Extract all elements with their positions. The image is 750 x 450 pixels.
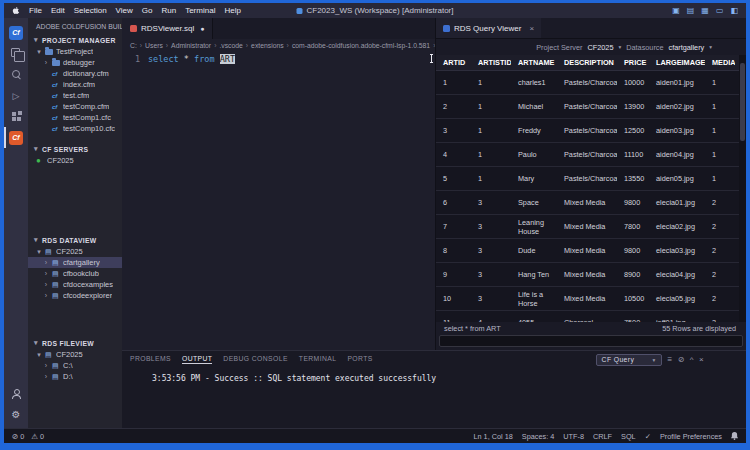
tree-item-testproject[interactable]: ▾TestProject	[28, 46, 122, 57]
tree-item-testcomp10-cfc[interactable]: cftestComp10.cfc	[28, 123, 122, 134]
menu-selection[interactable]: Selection	[74, 6, 107, 15]
accounts-icon[interactable]	[4, 383, 28, 404]
tree-item-testcomp1-cfc[interactable]: cftestComp1.cfc	[28, 112, 122, 123]
breadcrumb-item[interactable]: C:	[130, 42, 137, 49]
menu-edit[interactable]: Edit	[51, 6, 65, 15]
manage-gear-icon[interactable]: ⚙	[4, 404, 28, 425]
menu-file[interactable]: File	[29, 6, 42, 15]
column-header-artid[interactable]: ARTID	[436, 58, 471, 67]
datasource-cfcodeexplorer[interactable]: ›▤cfcodeexplorer	[28, 290, 122, 301]
column-header-price[interactable]: PRICE	[617, 58, 649, 67]
table-row[interactable]: 83DudeMixed Media9800elecia03.jpg2	[436, 239, 746, 263]
drive-d[interactable]: ›▤D:\	[28, 371, 122, 382]
breadcrumb-item[interactable]: Administrator	[171, 42, 211, 49]
rds-sql-input[interactable]	[439, 335, 743, 347]
section-rds-dataview[interactable]: ▾ RDS DATAVIEW	[28, 234, 122, 246]
vertical-scrollbar[interactable]	[739, 55, 746, 322]
display-icon[interactable]: ▤	[687, 6, 695, 15]
extensions-icon[interactable]	[4, 106, 28, 127]
fileview-server-cf2025[interactable]: ▾▤CF2025	[28, 349, 122, 360]
explorer-icon[interactable]	[4, 43, 28, 64]
tab-rdsviewer-sql[interactable]: RDSViewer.sql ●	[122, 18, 213, 39]
maximize-panel-icon[interactable]: ^	[690, 356, 694, 364]
modified-dot-icon[interactable]: ●	[200, 25, 204, 32]
control-center-icon[interactable]: ◧	[730, 6, 738, 15]
breadcrumb-item[interactable]: .vscode	[219, 42, 242, 49]
run-and-debug-icon[interactable]: ▷	[4, 85, 28, 106]
project-server-select[interactable]: CF2025	[587, 43, 613, 52]
breadcrumb-item[interactable]: extensions	[251, 42, 284, 49]
section-cf-servers[interactable]: ▾ CF SERVERS	[28, 143, 122, 155]
dataview-server-cf2025[interactable]: ▾▤CF2025	[28, 246, 122, 257]
status-crlf[interactable]: CRLF	[593, 432, 612, 441]
tree-item-test-cfm[interactable]: cftest.cfm	[28, 90, 122, 101]
chevron-down-icon[interactable]: ▾	[709, 44, 712, 50]
menu-terminal[interactable]: Terminal	[185, 6, 215, 15]
section-rds-fileview[interactable]: ▾ RDS FILEVIEW	[28, 337, 122, 349]
datasource-cfbookclub[interactable]: ›▤cfbookclub	[28, 268, 122, 279]
panel-tab-problems[interactable]: PROBLEMS	[130, 355, 171, 364]
tab-rds-query-viewer[interactable]: RDS Query Viewer ×	[436, 18, 541, 38]
chevron-down-icon[interactable]: ▾	[618, 44, 621, 50]
section-project-manager[interactable]: ▾ PROJECT MANAGER	[28, 34, 122, 46]
table-row[interactable]: 51MaryPastels/Charcoal13550aiden05.jpg1	[436, 167, 746, 191]
tree-item-debugger[interactable]: ›debugger	[28, 57, 122, 68]
status-ln-1-col-18[interactable]: Ln 1, Col 18	[473, 432, 512, 441]
column-header-artname[interactable]: ARTNAME	[511, 58, 557, 67]
status-utf-8[interactable]: UTF-8	[563, 432, 584, 441]
output-channel-select[interactable]: CF Query ▾	[596, 354, 662, 366]
datasource-select[interactable]: cfartgallery	[669, 43, 705, 52]
coldfusion-icon[interactable]: Cf	[4, 127, 28, 148]
status-profile-preferences[interactable]: Profile Preferences	[660, 432, 722, 441]
column-header-largeimage[interactable]: LARGEIMAGE	[649, 58, 705, 67]
table-row[interactable]: 63SpaceMixed Media9800elecia01.jpg2	[436, 191, 746, 215]
menu-go[interactable]: Go	[142, 6, 153, 15]
table-row[interactable]: 11charles1Pastels/Charcoal10000aiden01.j…	[436, 71, 746, 95]
filter-icon[interactable]: ≡	[668, 356, 673, 364]
table-row[interactable]: 31FreddyPastels/Charcoal12500aiden03.jpg…	[436, 119, 746, 143]
battery-icon[interactable]: ▭	[716, 6, 724, 15]
bell-icon[interactable]	[731, 432, 738, 440]
tree-item-index-cfm[interactable]: cfindex.cfm	[28, 79, 122, 90]
datasource-cfdocexamples[interactable]: ›▤cfdocexamples	[28, 279, 122, 290]
column-header-artistid[interactable]: ARTISTID	[471, 58, 511, 67]
server-cf2025[interactable]: ●CF2025	[28, 155, 122, 166]
status-sql[interactable]: SQL	[621, 432, 636, 441]
clear-output-icon[interactable]: ⊘	[678, 356, 685, 364]
output-log[interactable]: 3:53:56 PM - Success :: SQL statement ex…	[122, 368, 746, 428]
panel-tab-debug-console[interactable]: DEBUG CONSOLE	[223, 355, 288, 364]
tree-item-testcomp-cfm[interactable]: cftestComp.cfm	[28, 101, 122, 112]
warning-count[interactable]: ⚠0	[31, 432, 44, 441]
status-spaces-4[interactable]: Spaces: 4	[522, 432, 554, 441]
circle-slash-count[interactable]: ⊘0	[12, 432, 24, 441]
column-header-description[interactable]: DESCRIPTION	[557, 58, 617, 67]
breadcrumb-item[interactable]: com-adobe-coldfusion.adobe-cfml-lsp-1.0.…	[292, 42, 430, 49]
panel-tab-output[interactable]: OUTPUT	[182, 355, 212, 364]
column-header-media[interactable]: MEDIA	[705, 58, 735, 67]
table-row[interactable]: 93Hang TenMixed Media8900elecia04.jpg2	[436, 263, 746, 287]
coldfusion-builder-logo-icon[interactable]: Cf	[4, 22, 28, 43]
tree-item-dictionary-cfm[interactable]: cfdictionary.cfm	[28, 68, 122, 79]
drive-c[interactable]: ›▤C:\	[28, 360, 122, 371]
keyboard-icon[interactable]: ▦	[701, 6, 709, 15]
menu-view[interactable]: View	[116, 6, 133, 15]
apple-menu-icon[interactable]	[12, 6, 20, 15]
table-row[interactable]: 1144055Charcoal7500jeff01.jpg3	[436, 311, 746, 322]
menu-run[interactable]: Run	[161, 6, 176, 15]
panel-tab-terminal[interactable]: TERMINAL	[299, 355, 337, 364]
code-area[interactable]: 1 select * from ART	[122, 52, 435, 350]
menu-help[interactable]: Help	[224, 6, 240, 15]
breadcrumb-item[interactable]: Users	[145, 42, 163, 49]
search-icon[interactable]	[4, 64, 28, 85]
table-row[interactable]: 21MichaelPastels/Charcoal13900aiden02.jp…	[436, 95, 746, 119]
scrollbar-thumb[interactable]	[740, 63, 745, 141]
close-icon[interactable]: ×	[529, 24, 534, 33]
table-row[interactable]: 103Life is a HorseMixed Media10500elecia…	[436, 287, 746, 311]
close-panel-icon[interactable]: ×	[699, 356, 704, 364]
table-row[interactable]: 73Leaning HouseMixed Media7800elecia02.j…	[436, 215, 746, 239]
datasource-cfartgallery[interactable]: ›▤cfartgallery	[28, 257, 122, 268]
cell-artistid: 1	[471, 126, 511, 135]
panel-tab-ports[interactable]: PORTS	[347, 355, 372, 364]
table-row[interactable]: 41PauloPastels/Charcoal11100aiden04.jpg1	[436, 143, 746, 167]
screen-share-icon[interactable]: ▣	[672, 6, 680, 15]
